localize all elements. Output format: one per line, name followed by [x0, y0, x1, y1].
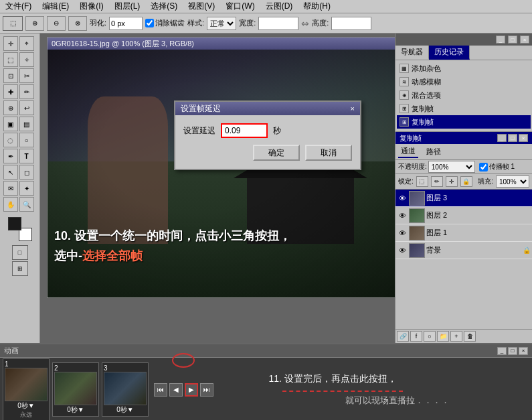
channel-tab[interactable]: 通道	[398, 145, 418, 158]
mode-toggle[interactable]: □	[12, 245, 28, 260]
anim-minimize-btn[interactable]: _	[497, 347, 507, 355]
layer-row-1[interactable]: 👁 图层 1	[395, 224, 532, 242]
path-tab[interactable]: 路径	[424, 146, 444, 157]
layer-mask-btn[interactable]: ○	[424, 331, 436, 342]
lock-all-btn[interactable]: 🔒	[460, 176, 472, 187]
layer-row-2[interactable]: 👁 图层 2	[395, 207, 532, 224]
broadcast-checkbox[interactable]	[479, 163, 488, 171]
foreground-color-swatch[interactable]	[8, 217, 21, 230]
gradient-tool[interactable]: ▤	[19, 117, 34, 131]
stamp-tool[interactable]: ⊕	[3, 100, 18, 115]
selection-mode-icon[interactable]: ⊕	[25, 16, 44, 31]
lasso-tool[interactable]: ⌖	[19, 36, 34, 51]
magic-wand-tool[interactable]: ✧	[19, 52, 34, 67]
play-first-btn[interactable]: ⏮	[154, 383, 167, 397]
feather-input[interactable]	[109, 17, 143, 30]
layer-group-btn[interactable]: 📁	[437, 331, 449, 342]
layer-3-eye[interactable]: 👁	[397, 193, 408, 204]
dialog-ok-btn[interactable]: 确定	[253, 145, 300, 161]
history-item-0[interactable]: ▦ 添加杂色	[397, 62, 531, 75]
layer-row-3[interactable]: 👁 图层 3	[395, 190, 532, 207]
layers-restore-btn[interactable]: □	[508, 134, 517, 142]
notes-tool[interactable]: ✉	[3, 181, 18, 196]
height-input[interactable]	[331, 17, 371, 30]
menu-view[interactable]: 视图(V)	[185, 1, 217, 12]
lock-position-btn[interactable]: ✛	[446, 176, 458, 187]
play-btn[interactable]: ▶	[185, 383, 198, 397]
layer-delete-btn[interactable]: 🗑	[464, 331, 476, 342]
selection-tool-icon[interactable]: ⬚	[3, 16, 23, 31]
style-select[interactable]: 正常	[207, 17, 236, 30]
panel-close-btn[interactable]: ×	[520, 36, 529, 44]
width-input[interactable]	[258, 17, 298, 30]
selection-subtract-icon[interactable]: ⊖	[47, 16, 66, 31]
history-item-2[interactable]: ⊕ 混合选项	[397, 88, 531, 102]
anim-frame-2[interactable]: 2 0秒▼	[52, 362, 99, 417]
anim-close-btn[interactable]: ×	[519, 347, 528, 355]
instruction-main: 11. 设置完后，再点击此按扭，	[269, 373, 527, 385]
menu-file[interactable]: 文件(F)	[3, 1, 34, 12]
menu-window[interactable]: 窗口(W)	[223, 1, 257, 12]
screen-mode[interactable]: ⊞	[12, 261, 28, 276]
shape-tool[interactable]: ◻	[19, 165, 34, 180]
layer-2-eye[interactable]: 👁	[397, 210, 408, 221]
menu-image[interactable]: 图像(I)	[77, 1, 106, 12]
history-item-3[interactable]: ⊞ 复制帧	[397, 102, 531, 115]
dialog-cancel-btn[interactable]: 取消	[305, 145, 352, 161]
menu-help[interactable]: 帮助(H)	[300, 1, 333, 12]
play-next-btn[interactable]: ⏭	[200, 383, 213, 397]
history-item-4[interactable]: ⊞ 复制帧	[397, 115, 531, 129]
zoom-tool[interactable]: 🔍	[19, 197, 34, 212]
frame-3-time[interactable]: 0秒▼	[116, 405, 133, 415]
menu-cloud[interactable]: 云图(D)	[263, 1, 296, 12]
blur-tool[interactable]: ◌	[3, 133, 18, 147]
move-tool[interactable]: ✛	[3, 36, 18, 51]
fill-select[interactable]: 100%	[496, 176, 529, 188]
anim-restore-btn[interactable]: □	[508, 347, 517, 355]
selection-intersect-icon[interactable]: ⊗	[68, 16, 87, 31]
dialog-delay-input[interactable]	[221, 123, 268, 138]
dialog-close-btn[interactable]: ×	[351, 104, 355, 113]
brush-tool[interactable]: ✏	[19, 84, 34, 99]
panel-restore-btn[interactable]: □	[508, 36, 517, 44]
layer-link-btn[interactable]: 🔗	[397, 331, 409, 342]
eraser-tool[interactable]: ▣	[3, 117, 18, 131]
healing-tool[interactable]: ✚	[3, 84, 18, 99]
dodge-tool[interactable]: ○	[19, 133, 34, 147]
history-item-1[interactable]: ≋ 动感模糊	[397, 75, 531, 88]
layer-row-bg[interactable]: 👁 背景 🔒	[395, 242, 532, 259]
frame-2-time[interactable]: 0秒▼	[67, 405, 84, 415]
pen-tool[interactable]: ✒	[3, 149, 18, 163]
panel-minimize-btn[interactable]: _	[496, 36, 505, 44]
dialog-buttons-row: 确定 取消	[183, 145, 352, 161]
tab-navigator[interactable]: 导航器	[395, 46, 429, 60]
slice-tool[interactable]: ✂	[19, 68, 34, 83]
eyedropper-tool[interactable]: ✦	[19, 181, 34, 196]
layer-1-eye[interactable]: 👁	[397, 228, 408, 238]
play-prev-btn[interactable]: ◀	[169, 383, 183, 397]
layer-bg-eye[interactable]: 👁	[397, 245, 408, 256]
marquee-tool[interactable]: ⬚	[3, 52, 18, 67]
history-brush-tool[interactable]: ↩	[19, 100, 34, 115]
menu-layer[interactable]: 图层(L)	[112, 1, 143, 12]
anti-alias-checkbox[interactable]	[145, 19, 154, 27]
layers-close-btn[interactable]: ×	[519, 134, 528, 142]
dialog-title-bar: 设置帧延迟 ×	[175, 102, 360, 115]
tab-history[interactable]: 历史记录	[429, 46, 470, 60]
anim-frame-1[interactable]: 1 0秒▼ 永远	[3, 358, 50, 421]
hand-tool[interactable]: ✋	[3, 197, 18, 212]
crop-tool[interactable]: ⊡	[3, 68, 18, 83]
opacity-select[interactable]: 100%	[428, 161, 475, 173]
menu-select[interactable]: 选择(S)	[148, 1, 180, 12]
frame-1-time[interactable]: 0秒▼	[17, 401, 34, 411]
lock-pixels-btn[interactable]: ✏	[431, 176, 443, 187]
menu-edit[interactable]: 编辑(E)	[39, 1, 72, 12]
anim-frame-3[interactable]: 3 0秒▼	[102, 362, 149, 417]
main-area: ✛ ⌖ ⬚ ✧ ⊡ ✂ ✚ ✏ ⊕ ↩ ▣ ▤ ◌ ○ ✒ T	[0, 33, 532, 343]
layer-new-btn[interactable]: +	[450, 331, 462, 342]
layer-effects-btn[interactable]: f	[410, 331, 422, 342]
layers-minimize-btn[interactable]: _	[497, 134, 507, 142]
type-tool[interactable]: T	[19, 149, 34, 163]
lock-transparency-btn[interactable]: ⬚	[416, 176, 428, 187]
path-selection-tool[interactable]: ↖	[3, 165, 18, 180]
